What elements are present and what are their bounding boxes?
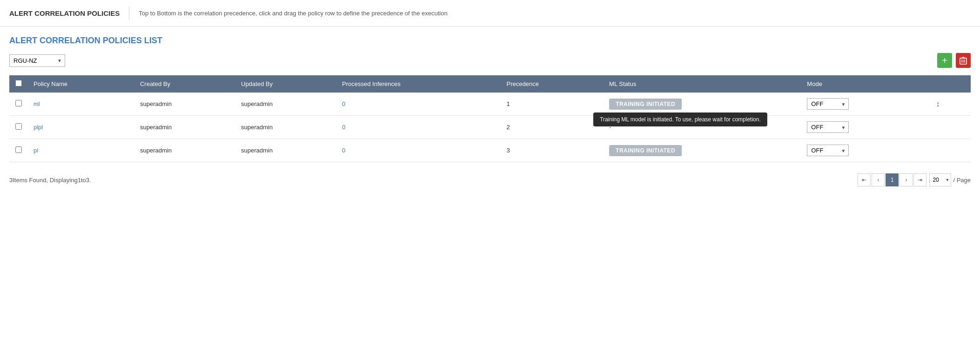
toolbar-left: RGU-NZ Other <box>9 54 65 67</box>
ml-status-badge: TRAINING INITIATED <box>609 99 682 110</box>
ml-status-dash: - <box>609 124 611 131</box>
mode-select-wrapper[interactable]: OFF ON <box>807 98 849 110</box>
table-header-row: Policy Name Created By Updated By Proces… <box>9 75 971 93</box>
row-processed-inferences-cell: 0 <box>336 139 501 162</box>
policy-name-link[interactable]: pl <box>34 147 38 154</box>
policies-table: Policy Name Created By Updated By Proces… <box>9 75 971 162</box>
row-policy-name-cell: pl <box>28 139 134 162</box>
row-drag-cell: ↕ <box>927 93 971 116</box>
ml-status-badge: TRAINING INITIATED <box>609 145 682 156</box>
row-created-by-cell: superadmin <box>134 116 235 139</box>
mode-select[interactable]: OFF ON <box>807 98 849 110</box>
per-page-select-container[interactable]: 20 50 100 <box>929 173 951 186</box>
main-content: ALERT CORRELATION POLICIES LIST RGU-NZ O… <box>0 26 980 196</box>
row-processed-inferences: 0 <box>342 124 345 131</box>
mode-select-wrapper[interactable]: OFF ON <box>807 145 849 156</box>
mode-select[interactable]: OFF ON <box>807 121 849 133</box>
row-updated-by-cell: superadmin <box>235 93 336 116</box>
tenant-select[interactable]: RGU-NZ Other <box>9 54 65 67</box>
table-header: Policy Name Created By Updated By Proces… <box>9 75 971 93</box>
toolbar-right: + <box>937 53 971 68</box>
header-description: Top to Bottom is the correlation precede… <box>139 10 447 17</box>
row-mode-cell: OFF ON <box>801 139 926 162</box>
row-created-by: superadmin <box>140 147 172 154</box>
col-updated-by: Updated By <box>235 75 336 93</box>
per-page-wrapper: 20 50 100 / Page <box>929 173 971 186</box>
row-updated-by-cell: superadmin <box>235 116 336 139</box>
row-processed-inferences: 0 <box>342 100 345 107</box>
row-ml-status-cell: TRAINING INITIATED <box>604 139 801 162</box>
row-updated-by: superadmin <box>241 147 273 154</box>
row-precedence-cell: 1 <box>501 93 604 116</box>
row-precedence-cell: 3 <box>501 139 604 162</box>
trash-icon <box>960 56 967 65</box>
row-created-by: superadmin <box>140 124 172 131</box>
row-precedence: 1 <box>507 100 510 107</box>
row-mode-cell: OFF ON <box>801 116 926 139</box>
ml-status-tooltip-container: TRAINING INITIATED Training ML model is … <box>609 99 682 110</box>
first-page-button[interactable]: ⇤ <box>858 173 871 186</box>
row-checkbox-cell <box>9 139 28 162</box>
policy-name-link[interactable]: plpl <box>34 124 43 131</box>
pagination: ⇤ ‹ 1 › ⇥ <box>858 173 926 186</box>
row-mode-cell: OFF ON <box>801 93 926 116</box>
mode-select-wrapper[interactable]: OFF ON <box>807 121 849 133</box>
delete-policy-button[interactable] <box>956 53 971 68</box>
row-ml-status-cell: - <box>604 116 801 139</box>
header-divider <box>129 7 129 20</box>
table-row: ml superadmin superadmin 0 1 TRAINING IN… <box>9 93 971 116</box>
row-processed-inferences: 0 <box>342 147 345 154</box>
row-precedence: 3 <box>507 147 510 154</box>
table-row: pl superadmin superadmin 0 3 TRAINING IN… <box>9 139 971 162</box>
row-created-by-cell: superadmin <box>134 139 235 162</box>
col-created-by: Created By <box>134 75 235 93</box>
col-checkbox <box>9 75 28 93</box>
row-checkbox[interactable] <box>15 123 22 130</box>
col-mode: Mode <box>801 75 926 93</box>
per-page-select[interactable]: 20 50 100 <box>929 173 951 186</box>
section-title: ALERT CORRELATION POLICIES LIST <box>9 36 971 46</box>
col-policy-name: Policy Name <box>28 75 134 93</box>
row-updated-by: superadmin <box>241 100 273 107</box>
row-precedence: 2 <box>507 124 510 131</box>
pagination-container: ⇤ ‹ 1 › ⇥ 20 50 100 / Page <box>858 173 971 186</box>
row-checkbox[interactable] <box>15 100 22 106</box>
mode-select[interactable]: OFF ON <box>807 145 849 156</box>
row-updated-by: superadmin <box>241 124 273 131</box>
next-page-button[interactable]: › <box>899 173 913 186</box>
policy-name-link[interactable]: ml <box>34 100 40 107</box>
row-precedence-cell: 2 <box>501 116 604 139</box>
row-created-by-cell: superadmin <box>134 93 235 116</box>
last-page-button[interactable]: ⇥ <box>913 173 926 186</box>
page-header: ALERT CORRELATION POLICIES Top to Bottom… <box>0 0 980 26</box>
row-processed-inferences-cell: 0 <box>336 116 501 139</box>
row-drag-cell <box>927 116 971 139</box>
per-page-label: / Page <box>953 177 971 184</box>
tenant-select-wrapper[interactable]: RGU-NZ Other <box>9 54 65 67</box>
row-processed-inferences-cell: 0 <box>336 93 501 116</box>
drag-handle-icon[interactable]: ↕ <box>936 100 940 108</box>
col-ml-status: ML Status <box>604 75 801 93</box>
toolbar: RGU-NZ Other + <box>9 53 971 68</box>
row-policy-name-cell: ml <box>28 93 134 116</box>
row-checkbox[interactable] <box>15 146 22 153</box>
table-body: ml superadmin superadmin 0 1 TRAINING IN… <box>9 93 971 162</box>
col-actions <box>927 75 971 93</box>
page-title: ALERT CORRELATION POLICIES <box>9 9 120 17</box>
row-checkbox-cell <box>9 93 28 116</box>
col-processed-inferences: Processed Inferences <box>336 75 501 93</box>
row-updated-by-cell: superadmin <box>235 139 336 162</box>
row-checkbox-cell <box>9 116 28 139</box>
table-footer: 3Items Found, Displaying1to3. ⇤ ‹ 1 › ⇥ … <box>9 170 971 186</box>
col-precedence: Precedence <box>501 75 604 93</box>
row-ml-status-cell: TRAINING INITIATED Training ML model is … <box>604 93 801 116</box>
row-created-by: superadmin <box>140 100 172 107</box>
row-policy-name-cell: plpl <box>28 116 134 139</box>
prev-page-button[interactable]: ‹ <box>872 173 885 186</box>
current-page-button[interactable]: 1 <box>886 173 899 186</box>
add-policy-button[interactable]: + <box>937 53 952 68</box>
select-all-checkbox[interactable] <box>15 80 22 86</box>
table-row: plpl superadmin superadmin 0 2 - <box>9 116 971 139</box>
items-found-label: 3Items Found, Displaying1to3. <box>9 177 91 184</box>
row-drag-cell <box>927 139 971 162</box>
